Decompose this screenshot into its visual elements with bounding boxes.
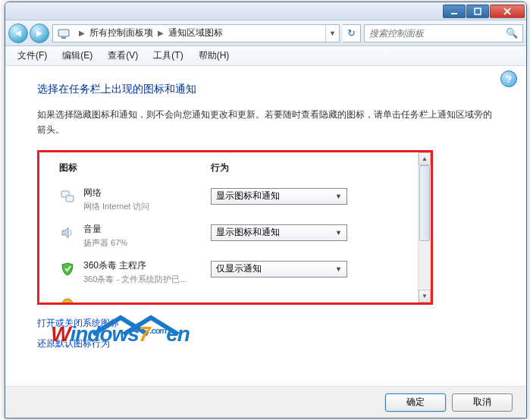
search-icon: 🔍 <box>506 27 518 39</box>
breadcrumb-item-all[interactable]: 所有控制面板项 <box>89 27 153 39</box>
footer: 确定 取消 <box>5 386 526 418</box>
scroll-up-icon[interactable]: ▲ <box>419 152 431 165</box>
search-box[interactable]: 🔍 <box>364 24 523 42</box>
breadcrumb-dropdown-icon[interactable]: ▼ <box>325 25 339 42</box>
row-label: 音量 <box>83 223 211 236</box>
search-input[interactable] <box>369 28 506 39</box>
breadcrumb-sep-icon: ▶ <box>153 29 168 37</box>
col-header-behavior: 行为 <box>211 161 229 174</box>
scrollbar[interactable]: ▲ ▼ <box>418 152 431 302</box>
breadcrumb[interactable]: ▶ 所有控制面板项 ▶ 通知区域图标 ▼ <box>52 24 340 42</box>
list-item: 360杀毒 主程序 360杀毒 - 文件系统防护已... 仅显示通知 ▼ <box>59 259 408 285</box>
behavior-select[interactable]: 显示图标和通知 ▼ <box>211 188 347 205</box>
scroll-down-icon[interactable]: ▼ <box>419 290 431 302</box>
close-button[interactable] <box>490 5 525 18</box>
svg-rect-7 <box>66 196 74 202</box>
svg-rect-5 <box>61 37 66 39</box>
select-value: 显示图标和通知 <box>216 190 280 202</box>
row-label: 网络 <box>83 186 211 199</box>
breadcrumb-sep-icon: ▶ <box>74 29 89 37</box>
svg-point-9 <box>62 299 73 303</box>
forward-button[interactable]: ► <box>30 24 49 43</box>
shield-icon <box>59 261 76 277</box>
menu-help[interactable]: 帮助(H) <box>193 47 236 64</box>
content-area: ? 选择在任务栏上出现的图标和通知 如果选择隐藏图标和通知，则不会向您通知更改和… <box>5 66 526 387</box>
scroll-track[interactable] <box>419 165 431 290</box>
chevron-down-icon: ▼ <box>335 193 342 200</box>
col-header-icon: 图标 <box>59 161 211 174</box>
back-button[interactable]: ◄ <box>8 24 28 43</box>
row-subtext: 扬声器 67% <box>83 237 211 249</box>
chevron-down-icon: ▼ <box>335 229 342 237</box>
row-subtext: 网络 Internet 访问 <box>83 201 211 212</box>
behavior-select[interactable]: 显示图标和通知 ▼ <box>211 224 347 241</box>
svg-rect-0 <box>451 13 457 14</box>
control-panel-icon <box>56 26 71 41</box>
page-description: 如果选择隐藏图标和通知，则不会向您通知更改和更新。若要随时查看隐藏的图标，请单击… <box>37 107 494 138</box>
link-restore-defaults[interactable]: 还原默认图标行为 <box>37 337 494 350</box>
scroll-thumb[interactable] <box>419 165 430 241</box>
row-label: 360杀毒 主程序 <box>83 259 211 272</box>
navbar: ◄ ► ▶ 所有控制面板项 ▶ 通知区域图标 ▼ ↻ 🔍 <box>5 20 526 46</box>
link-list: 打开或关闭系统图标 还原默认图标行为 <box>37 317 494 350</box>
icon-list-box: 图标 行为 网络 网络 Internet 访问 显示图标和通知 ▼ <box>37 150 433 305</box>
titlebar <box>5 2 526 20</box>
refresh-button[interactable]: ↻ <box>343 24 361 42</box>
svg-rect-4 <box>58 30 69 36</box>
menu-view[interactable]: 查看(V) <box>102 47 144 64</box>
menu-edit[interactable]: 编辑(E) <box>56 47 99 64</box>
link-system-icons[interactable]: 打开或关闭系统图标 <box>37 317 494 330</box>
generic-icon <box>59 296 76 303</box>
select-value: 显示图标和通知 <box>216 226 280 239</box>
ok-button[interactable]: 确定 <box>385 393 446 412</box>
list-item-cutoff <box>59 296 408 303</box>
chevron-down-icon: ▼ <box>335 265 342 273</box>
svg-rect-1 <box>475 8 481 14</box>
help-icon[interactable]: ? <box>500 71 517 87</box>
volume-icon <box>59 224 76 241</box>
column-headers: 图标 行为 <box>59 161 408 174</box>
menubar: 文件(F) 编辑(E) 查看(V) 工具(T) 帮助(H) <box>5 46 526 66</box>
list-item: 网络 网络 Internet 访问 显示图标和通知 ▼ <box>59 186 408 212</box>
behavior-select[interactable]: 仅显示通知 ▼ <box>211 261 347 277</box>
page-title: 选择在任务栏上出现的图标和通知 <box>37 83 494 96</box>
menu-file[interactable]: 文件(F) <box>11 47 53 64</box>
control-panel-window: ◄ ► ▶ 所有控制面板项 ▶ 通知区域图标 ▼ ↻ 🔍 文件(F) 编辑(E)… <box>5 2 527 418</box>
minimize-button[interactable] <box>443 5 466 18</box>
network-icon <box>59 188 76 205</box>
svg-marker-8 <box>62 227 68 238</box>
list-item: 音量 扬声器 67% 显示图标和通知 ▼ <box>59 223 408 249</box>
select-value: 仅显示通知 <box>216 262 262 275</box>
cancel-button[interactable]: 取消 <box>452 393 513 412</box>
breadcrumb-item-notification[interactable]: 通知区域图标 <box>168 27 223 39</box>
menu-tools[interactable]: 工具(T) <box>147 47 189 64</box>
row-subtext: 360杀毒 - 文件系统防护已... <box>83 274 211 285</box>
maximize-button[interactable] <box>466 5 489 18</box>
